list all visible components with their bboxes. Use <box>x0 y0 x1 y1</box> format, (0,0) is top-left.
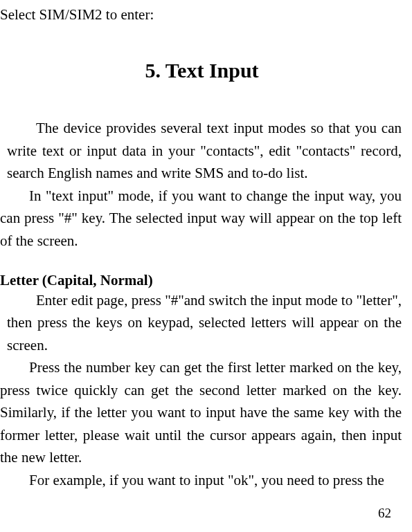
paragraph-3: Enter edit page, press "#"and switch the… <box>0 289 404 357</box>
paragraph-4: Press the number key can get the first l… <box>0 356 404 469</box>
top-instruction-line: Select SIM/SIM2 to enter: <box>0 6 404 24</box>
paragraph-2: In "text input" mode, if you want to cha… <box>0 185 404 253</box>
page-content: Select SIM/SIM2 to enter: 5. Text Input … <box>0 6 404 526</box>
paragraph-5: For example, if you want to input "ok", … <box>0 469 404 492</box>
page-number: 62 <box>378 506 391 521</box>
chapter-heading: 5. Text Input <box>0 59 404 82</box>
paragraph-1: The device provides several text input m… <box>0 117 404 185</box>
section-heading-letter: Letter (Capital, Normal) <box>0 272 404 289</box>
